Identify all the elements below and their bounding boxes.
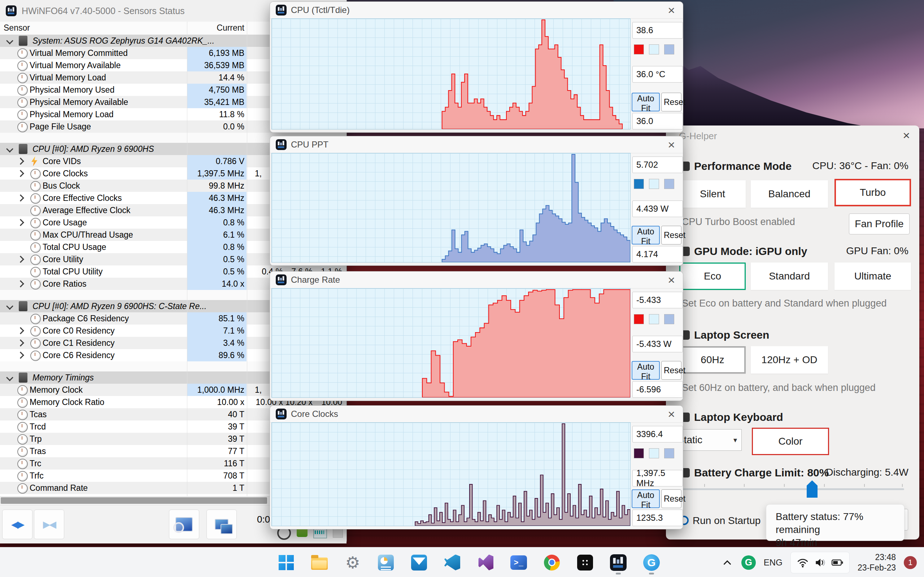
reset-button[interactable]: Reset	[661, 489, 682, 508]
chip-icon	[19, 144, 27, 154]
language-indicator[interactable]: ENG	[764, 558, 782, 567]
chevron-right-icon[interactable]	[17, 170, 24, 177]
graph-titlebar[interactable]: CPU (Tctl/Tdie) ×	[270, 2, 683, 19]
grid-color-swatch[interactable]	[664, 44, 674, 55]
standard-gpu-button[interactable]: Standard	[751, 263, 828, 290]
chevron-down-icon: ▾	[733, 436, 737, 444]
sensor-current-value: 85.1 %	[187, 312, 247, 324]
reset-button[interactable]: Reset	[661, 361, 682, 380]
chevron-down-icon[interactable]	[6, 374, 13, 381]
series-color-swatch[interactable]	[634, 179, 644, 189]
refresh-60hz-button[interactable]: 60Hz	[679, 346, 746, 374]
expand-columns-button[interactable]: ◀▶	[2, 509, 32, 539]
graph-titlebar[interactable]: Charge Rate ×	[270, 272, 683, 288]
dots-app-icon[interactable]	[573, 551, 597, 574]
chevron-right-icon[interactable]	[17, 351, 24, 359]
graph-titlebar[interactable]: CPU PPT ×	[270, 136, 683, 153]
system-monitor-icon[interactable]	[374, 551, 398, 574]
series-color-swatch[interactable]	[634, 448, 644, 458]
chevron-right-icon[interactable]	[17, 158, 24, 165]
sensor-name: Virtual Memory Committed	[30, 48, 128, 58]
graph-title: Core Clocks	[291, 409, 338, 419]
column-header-current[interactable]: Current	[187, 23, 244, 33]
chart-color-swatches[interactable]	[634, 448, 674, 458]
grid-color-swatch[interactable]	[664, 179, 674, 189]
chevron-down-icon[interactable]	[6, 145, 13, 153]
chevron-right-icon[interactable]	[17, 339, 24, 347]
slider-thumb[interactable]	[807, 480, 817, 498]
reset-button[interactable]: Reset	[661, 226, 682, 245]
settings-icon[interactable]: ⚙	[341, 551, 365, 574]
auto-fit-button[interactable]: Auto Fit	[632, 361, 660, 380]
mail-icon[interactable]	[407, 551, 431, 574]
battery-limit-slider[interactable]	[682, 488, 904, 490]
auto-fit-button[interactable]: Auto Fit	[632, 226, 660, 245]
battery-icon	[831, 556, 843, 569]
hwinfo-app-icon	[6, 5, 16, 16]
tray-chevron-up-icon[interactable]	[721, 556, 733, 569]
background-color-swatch[interactable]	[649, 448, 659, 458]
ghelper-taskbar-icon[interactable]: G	[640, 551, 663, 574]
chevron-down-icon[interactable]	[6, 303, 13, 310]
auto-fit-button[interactable]: Auto Fit	[632, 93, 660, 111]
taskbar-center-icons: ⚙ >_ G	[274, 548, 663, 577]
monitor-chart-icon	[378, 554, 394, 571]
powershell-icon[interactable]: >_	[507, 551, 531, 574]
fan-profile-button[interactable]: Fan Profile	[849, 213, 909, 234]
chevron-right-icon[interactable]	[17, 219, 24, 226]
background-color-swatch[interactable]	[649, 179, 659, 189]
section-heading: GPU Mode: iGPU only	[694, 245, 807, 258]
close-icon[interactable]: ×	[903, 128, 910, 142]
turbo-mode-button[interactable]: Turbo	[835, 179, 911, 206]
close-icon[interactable]: ×	[668, 3, 675, 18]
graph-title: Charge Rate	[291, 275, 340, 285]
remote-monitors-button[interactable]	[207, 509, 237, 539]
visual-studio-icon[interactable]	[473, 551, 498, 574]
wifi-icon	[796, 556, 809, 569]
sensor-name: Page File Usage	[30, 122, 91, 132]
file-explorer-icon[interactable]	[307, 551, 331, 574]
hwinfo-taskbar-icon[interactable]	[606, 551, 630, 574]
chevron-right-icon[interactable]	[17, 280, 24, 287]
chevron-right-icon[interactable]	[17, 327, 24, 334]
chrome-icon[interactable]	[540, 551, 564, 574]
collapse-columns-button[interactable]: ▶◀	[34, 509, 64, 539]
chart-color-swatches[interactable]	[634, 179, 674, 189]
taskbar-clock[interactable]: 23:48 23-Feb-23	[858, 552, 896, 573]
close-icon[interactable]: ×	[668, 272, 675, 287]
clock-icon	[17, 483, 28, 494]
start-button[interactable]	[274, 551, 298, 574]
silent-mode-button[interactable]: Silent	[679, 180, 746, 208]
monitor-search-button[interactable]	[169, 509, 199, 539]
reset-button[interactable]: Reset	[661, 93, 682, 111]
close-icon[interactable]: ×	[668, 406, 675, 422]
quick-settings[interactable]	[790, 552, 850, 574]
series-color-swatch[interactable]	[634, 44, 644, 55]
vscode-icon[interactable]	[440, 551, 464, 574]
grid-color-swatch[interactable]	[664, 448, 674, 458]
keyboard-color-button[interactable]: Color	[752, 428, 829, 455]
grammarly-tray-icon[interactable]: G	[741, 555, 756, 570]
volume-icon	[814, 556, 826, 569]
auto-fit-button[interactable]: Auto Fit	[632, 489, 660, 508]
series-color-swatch[interactable]	[634, 314, 644, 324]
graph-title: CPU (Tctl/Tdie)	[291, 5, 350, 15]
grid-color-swatch[interactable]	[664, 314, 674, 324]
eco-gpu-button[interactable]: Eco	[679, 263, 746, 290]
close-icon[interactable]: ×	[668, 137, 675, 152]
chevron-right-icon[interactable]	[17, 194, 24, 201]
notification-badge[interactable]: 1	[904, 556, 917, 569]
chart-color-swatches[interactable]	[634, 44, 674, 55]
balanced-mode-button[interactable]: Balanced	[751, 180, 828, 208]
graph-titlebar[interactable]: Core Clocks ×	[270, 406, 683, 423]
chevron-down-icon[interactable]	[6, 37, 13, 44]
chevron-right-icon[interactable]	[17, 256, 24, 263]
background-color-swatch[interactable]	[649, 314, 659, 324]
ultimate-gpu-button[interactable]: Ultimate	[835, 263, 911, 290]
chart-color-swatches[interactable]	[634, 314, 674, 324]
background-color-swatch[interactable]	[649, 44, 659, 55]
scrollbar-thumb[interactable]	[1, 497, 267, 504]
column-header-sensor[interactable]: Sensor	[3, 23, 30, 33]
refresh-120hz-button[interactable]: 120Hz + OD	[751, 346, 828, 374]
tooltip-line1: Battery status: 77% remaining	[775, 510, 904, 536]
